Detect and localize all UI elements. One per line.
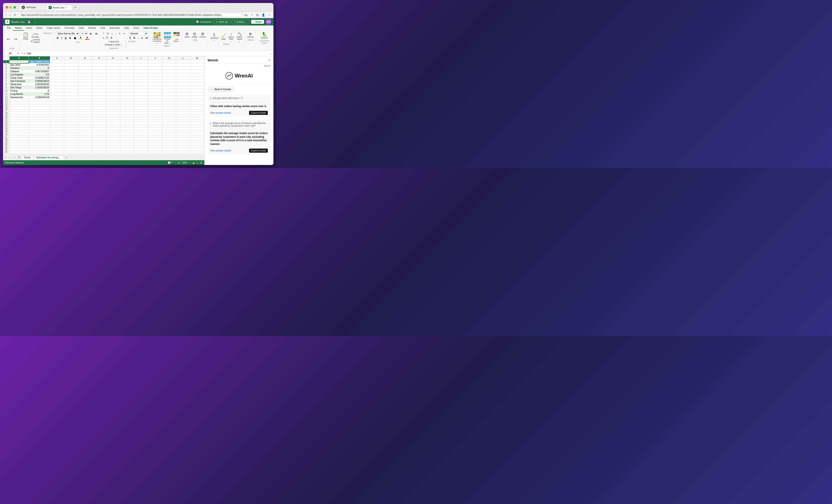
cell-C9[interactable]: [50, 86, 64, 89]
cell-M7[interactable]: [190, 79, 204, 83]
cell-A1[interactable]: City: [9, 60, 28, 63]
cell-A33[interactable]: [9, 151, 28, 153]
cell-B23[interactable]: [28, 125, 50, 127]
cell-J2[interactable]: [148, 63, 162, 67]
cell-A9[interactable]: San Diego: [9, 86, 28, 89]
cell-M5[interactable]: [190, 73, 204, 76]
export-to-sheet-1-button[interactable]: Export to sheet: [249, 111, 268, 115]
cell-A20[interactable]: [9, 117, 28, 120]
sheet-nav-left[interactable]: ‹‹: [4, 156, 7, 159]
catch-up-button[interactable]: ✦ Catch up: [213, 20, 230, 24]
cell-B6[interactable]: 4.542857143: [28, 76, 50, 79]
cell-D3[interactable]: [64, 67, 78, 70]
cell-J3[interactable]: [148, 67, 162, 70]
indent-inc-button[interactable]: ⇥: [122, 32, 126, 35]
cell-E12[interactable]: [78, 96, 92, 99]
cell-I6[interactable]: [134, 76, 148, 79]
cell-J4[interactable]: [148, 70, 162, 73]
cell-L6[interactable]: [176, 76, 190, 79]
cell-K8[interactable]: [162, 83, 176, 86]
cell-L11[interactable]: [176, 92, 190, 96]
view-details-1-button[interactable]: View answer details: [210, 111, 231, 114]
font-size-select[interactable]: 11: [80, 32, 88, 35]
cell-F1[interactable]: [92, 60, 106, 63]
align-bottom-button[interactable]: ⊥: [110, 32, 114, 35]
align-middle-button[interactable]: ⊟: [106, 32, 110, 35]
cell-C11[interactable]: [50, 92, 64, 96]
cell-B21[interactable]: [28, 120, 50, 122]
settings-icon[interactable]: ⋯: [267, 13, 272, 17]
cell-L7[interactable]: [176, 79, 190, 83]
cell-B11[interactable]: 3.75: [28, 92, 50, 96]
excel-tab-close[interactable]: ×: [66, 6, 67, 9]
cell-A22[interactable]: [9, 122, 28, 125]
tab-formulas[interactable]: Formulas: [62, 25, 77, 31]
cell-B14[interactable]: [28, 102, 50, 104]
cell-L2[interactable]: [176, 63, 190, 67]
cell-C6[interactable]: [50, 76, 64, 79]
formula-x-icon[interactable]: ✕: [17, 52, 20, 55]
add-sheet-button[interactable]: +: [64, 155, 69, 160]
cell-F12[interactable]: [92, 96, 106, 99]
cell-J1[interactable]: [148, 60, 162, 63]
tab-data[interactable]: Data: [77, 25, 86, 31]
cell-C7[interactable]: [50, 79, 64, 83]
sheet-tab-2[interactable]: Calculates the average rev: [34, 156, 64, 159]
cell-J9[interactable]: [148, 86, 162, 89]
cell-A26[interactable]: [9, 133, 28, 135]
profile-icon[interactable]: 👤: [261, 13, 266, 17]
cell-D12[interactable]: [64, 96, 78, 99]
cell-I9[interactable]: [134, 86, 148, 89]
clear-button[interactable]: 🧹 Clear: [220, 32, 227, 43]
paste-button[interactable]: 📋 Paste: [21, 32, 30, 49]
cell-B19[interactable]: [28, 114, 50, 117]
addins-button[interactable]: ⊕ Add-ins: [246, 32, 255, 38]
cell-A8[interactable]: Santa Ana: [9, 83, 28, 86]
cell-D8[interactable]: [64, 83, 78, 86]
cell-B8[interactable]: 3.833333333: [28, 83, 50, 86]
cell-D5[interactable]: [64, 73, 78, 76]
cell-I11[interactable]: [134, 92, 148, 96]
cell-B15[interactable]: [28, 104, 50, 107]
cell-I2[interactable]: [134, 63, 148, 67]
cell-B29[interactable]: [28, 140, 50, 143]
back-to-threads-button[interactable]: ← Back to threads: [208, 86, 234, 92]
cell-H1[interactable]: [120, 60, 134, 63]
cell-B26[interactable]: [28, 133, 50, 135]
cell-A29[interactable]: [9, 140, 28, 143]
cell-B9[interactable]: 2.333333333: [28, 86, 50, 89]
border-button[interactable]: ▦: [73, 36, 77, 40]
cell-A10[interactable]: Fresno: [9, 89, 28, 92]
cell-K4[interactable]: [162, 70, 176, 73]
format-button[interactable]: ⊞ Format: [199, 32, 207, 38]
tab-page-layout[interactable]: Page Layout: [45, 25, 62, 31]
bookmark-icon[interactable]: ☆: [250, 13, 254, 17]
cell-M9[interactable]: [190, 86, 204, 89]
cell-H2[interactable]: [120, 63, 134, 67]
zoom-in-button[interactable]: +: [196, 161, 198, 164]
conditional-formatting-button[interactable]: ConditionalFormatting ⌄: [152, 32, 162, 45]
increase-font-button[interactable]: A↑: [88, 32, 94, 35]
fit-window-button[interactable]: ⊡: [200, 161, 202, 164]
col-header-J[interactable]: J: [148, 56, 162, 60]
cell-A2[interactable]: San Jose: [9, 63, 28, 67]
cell-A21[interactable]: [9, 120, 28, 122]
cell-E9[interactable]: [78, 86, 92, 89]
cell-A31[interactable]: [9, 145, 28, 148]
cell-K1[interactable]: [162, 60, 176, 63]
sheet-grid[interactable]: A B C D E F G H I J K L: [3, 56, 204, 154]
cell-G4[interactable]: [106, 70, 120, 73]
decrease-font-button[interactable]: A↓: [95, 32, 99, 35]
cell-A17[interactable]: [9, 109, 28, 112]
back-button[interactable]: ‹: [5, 13, 7, 17]
merge-center-button[interactable]: ⊞ Merge & Center ⌄: [103, 44, 125, 46]
cell-A14[interactable]: [9, 102, 28, 104]
cell-B4[interactable]: 4.857142857: [28, 70, 50, 73]
cell-G5[interactable]: [106, 73, 120, 76]
font-select[interactable]: Aptos Narrow (Bo...: [56, 32, 79, 35]
tab-review[interactable]: Review: [86, 25, 98, 31]
italic-button[interactable]: I: [60, 36, 63, 40]
tab-home[interactable]: Home: [13, 25, 24, 31]
find-select-button[interactable]: 🔍 Find &Select ⌄: [235, 32, 244, 43]
cell-B20[interactable]: [28, 117, 50, 120]
